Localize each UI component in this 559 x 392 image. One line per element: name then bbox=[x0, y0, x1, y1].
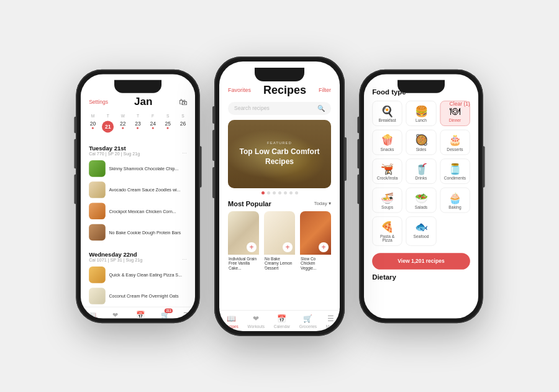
recipe-card-3[interactable]: + Slow Co Chicken Veggie... bbox=[300, 211, 331, 271]
card-1-label: Individual Grain Free Vanilla Cake... bbox=[228, 257, 259, 271]
recipe-card-2[interactable]: + No Bake Creamy Lemon Dessert bbox=[264, 211, 295, 271]
breakfast-label: Breakfast bbox=[378, 118, 396, 122]
meal-3[interactable]: Crockpot Mexican Chicken Corn... bbox=[81, 200, 195, 221]
breakfast-icon: 🍳 bbox=[381, 106, 394, 116]
date-20[interactable]: 20 bbox=[85, 119, 100, 134]
meal-1[interactable]: Skinny Shamrock Chocolate Chip... bbox=[81, 158, 195, 179]
wednesday-meta: Cal 1071 | SP 31 | Sug 21g bbox=[89, 257, 142, 263]
date-23[interactable]: 23 bbox=[130, 119, 145, 134]
date-26[interactable]: 26 bbox=[175, 119, 190, 134]
tuesday-meta: Cal 770 | SP 20 | Sug 21g bbox=[89, 151, 140, 157]
meal-6-label: Coconut Cream Pie Overnight Oats bbox=[109, 293, 178, 299]
filter-snacks[interactable]: 🍿 Snacks bbox=[372, 129, 402, 155]
baking-icon: 🧁 bbox=[448, 193, 461, 203]
dot-1[interactable] bbox=[261, 191, 265, 194]
clear-filter-button[interactable]: Clear (1) bbox=[450, 101, 470, 107]
bag-icon[interactable]: 🛍 bbox=[179, 96, 187, 106]
desserts-label: Desserts bbox=[447, 147, 463, 152]
meal-6[interactable]: Coconut Cream Pie Overnight Oats bbox=[81, 285, 195, 306]
power-button-c bbox=[345, 137, 347, 181]
carousel-dots bbox=[219, 191, 340, 194]
popular-header: Most Popular Today ▾ bbox=[219, 198, 340, 211]
nav-recipes[interactable]: 📖 Recipes bbox=[85, 311, 99, 318]
meal-4[interactable]: No Bake Cookie Dough Protein Bars bbox=[81, 221, 195, 242]
soups-icon: 🍜 bbox=[381, 193, 394, 203]
add-recipe-1[interactable]: + bbox=[247, 242, 257, 252]
wednesday-more[interactable]: ... bbox=[182, 253, 187, 260]
sides-label: Sides bbox=[416, 147, 427, 152]
seafood-icon: 🐟 bbox=[415, 221, 428, 232]
nav-groceries[interactable]: 🛒 211 Groceries bbox=[157, 311, 173, 318]
groceries-icon-c: 🛒 bbox=[303, 314, 312, 323]
nav-more-c[interactable]: ☰ More bbox=[326, 314, 335, 329]
search-placeholder: Search recipes bbox=[234, 105, 314, 111]
meal-1-thumb bbox=[89, 160, 106, 177]
volume-up-c bbox=[212, 130, 214, 161]
recipes-screen: Favorites Recipes Filter Search recipes … bbox=[219, 62, 340, 331]
search-bar[interactable]: Search recipes 🔍 bbox=[228, 102, 331, 115]
nav-workouts[interactable]: ❤ Workouts bbox=[107, 311, 124, 318]
nav-groceries-c[interactable]: 🛒 Groceries bbox=[299, 314, 317, 329]
mute-button bbox=[74, 116, 76, 133]
nav-calendar[interactable]: 📅 Calendar bbox=[132, 311, 148, 318]
crock-icon: 🫕 bbox=[381, 163, 394, 174]
meal-1-label: Skinny Shamrock Chocolate Chip... bbox=[109, 166, 178, 171]
dinner-label: Dinner bbox=[449, 118, 461, 122]
add-recipe-2[interactable]: + bbox=[283, 242, 293, 252]
mute-button-r bbox=[357, 116, 359, 133]
add-recipe-3[interactable]: + bbox=[319, 242, 329, 252]
tuesday-more[interactable]: ... bbox=[182, 147, 187, 153]
filter-desserts[interactable]: 🎂 Desserts bbox=[440, 129, 470, 155]
featured-banner[interactable]: FEATURED Top Low Carb Comfort Recipes bbox=[228, 120, 331, 188]
volume-up-r bbox=[357, 139, 359, 168]
filter-baking[interactable]: 🧁 Baking bbox=[440, 187, 470, 212]
recipe-card-1[interactable]: + Individual Grain Free Vanilla Cake... bbox=[228, 211, 259, 271]
filter-soups[interactable]: 🍜 Soups bbox=[372, 187, 402, 212]
filter-link[interactable]: Filter bbox=[319, 87, 331, 93]
filter-drinks[interactable]: 🥤 Drinks bbox=[406, 158, 437, 184]
meal-3-label: Crockpot Mexican Chicken Corn... bbox=[109, 208, 176, 214]
filter-salads[interactable]: 🥗 Salads bbox=[406, 187, 437, 212]
meal-5[interactable]: Quick & Easy Clean Eating Pizza S... bbox=[81, 264, 195, 285]
filter-condiments[interactable]: 🫙 Condiments bbox=[440, 158, 470, 184]
dinner-icon: 🍽 bbox=[450, 106, 460, 116]
day-W: W bbox=[116, 112, 130, 119]
power-button bbox=[200, 146, 202, 188]
pasta-icon: 🍕 bbox=[381, 221, 394, 232]
nav-recipes-c[interactable]: 📖 Recipes bbox=[224, 314, 238, 329]
dot-7[interactable] bbox=[295, 191, 298, 194]
dot-6[interactable] bbox=[289, 191, 293, 194]
nav-calendar-c[interactable]: 📅 Calendar bbox=[274, 314, 290, 329]
nav-groceries-c-label: Groceries bbox=[299, 324, 317, 329]
dot-2[interactable] bbox=[267, 191, 270, 194]
meal-2[interactable]: Avocado Cream Sauce Zoodles wi... bbox=[81, 179, 195, 200]
dot-5[interactable] bbox=[284, 191, 287, 194]
favorites-link[interactable]: Favorites bbox=[228, 87, 251, 93]
filter-breakfast[interactable]: 🍳 Breakfast bbox=[372, 101, 402, 126]
day-F: F bbox=[145, 112, 160, 119]
dietary-title: Dietary bbox=[364, 273, 478, 283]
nav-more-c-label: More bbox=[326, 324, 335, 329]
date-24[interactable]: 24 bbox=[145, 119, 160, 134]
drinks-icon: 🥤 bbox=[415, 163, 428, 174]
date-21[interactable]: 21 bbox=[101, 119, 116, 134]
filter-crock[interactable]: 🫕 Crock/Insta bbox=[372, 158, 402, 184]
nav-workouts-c[interactable]: ❤ Workouts bbox=[248, 314, 265, 329]
dot-4[interactable] bbox=[278, 191, 281, 194]
settings-link[interactable]: Settings bbox=[89, 98, 108, 104]
notch-center bbox=[255, 68, 304, 81]
filter-pasta[interactable]: 🍕 Pasta & Pizza bbox=[372, 216, 402, 246]
view-recipes-button[interactable]: View 1,201 recipes bbox=[372, 253, 470, 270]
date-25[interactable]: 25 bbox=[160, 119, 175, 134]
seafood-label: Seafood bbox=[414, 234, 429, 238]
meal-4-label: No Bake Cookie Dough Protein Bars bbox=[109, 229, 181, 235]
popular-filter[interactable]: Today ▾ bbox=[314, 201, 331, 206]
day-T: T bbox=[101, 112, 116, 119]
date-22[interactable]: 22 bbox=[116, 119, 130, 134]
filter-sides[interactable]: 🥘 Sides bbox=[406, 129, 437, 155]
filter-lunch[interactable]: 🍔 Lunch bbox=[406, 101, 437, 126]
filter-seafood[interactable]: 🐟 Seafood bbox=[406, 216, 437, 246]
search-icon: 🔍 bbox=[317, 105, 325, 112]
dot-3[interactable] bbox=[273, 191, 276, 194]
nav-more[interactable]: ☰ More bbox=[182, 311, 191, 318]
